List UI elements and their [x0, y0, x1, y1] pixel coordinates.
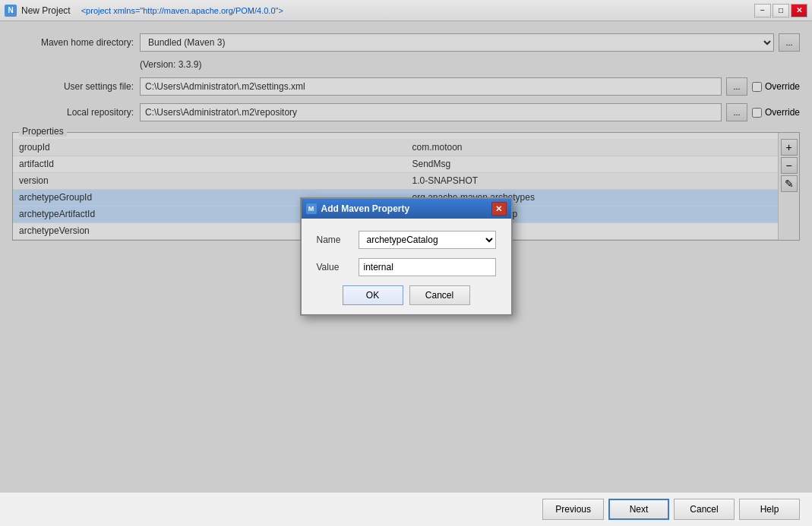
minimize-button[interactable]: − [754, 4, 771, 17]
main-window: N New Project <project xmlns="http://mav… [0, 0, 812, 526]
help-button[interactable]: Help [739, 499, 800, 520]
close-button[interactable]: ✕ [791, 4, 807, 17]
modal-title-bar: M Add Maven Property ✕ [302, 199, 511, 219]
add-maven-property-dialog: M Add Maven Property ✕ Name archetypeCat… [300, 197, 513, 316]
modal-title-left: M Add Maven Property [306, 203, 410, 214]
modal-overlay: M Add Maven Property ✕ Name archetypeCat… [0, 21, 812, 492]
window-url: <project xmlns="http://maven.apache.org/… [81, 6, 283, 15]
modal-title-text: Add Maven Property [321, 203, 410, 214]
title-bar: N New Project <project xmlns="http://mav… [0, 0, 812, 21]
modal-value-label: Value [317, 262, 351, 272]
window-icon: N [5, 5, 17, 17]
modal-close-button[interactable]: ✕ [491, 202, 507, 216]
cancel-button[interactable]: Cancel [674, 499, 735, 520]
modal-name-row: Name archetypeCatalog archetypeGroupId a… [317, 231, 496, 249]
previous-button[interactable]: Previous [542, 499, 604, 520]
modal-icon: M [306, 203, 317, 214]
modal-ok-button[interactable]: OK [343, 285, 403, 305]
footer: Previous Next Cancel Help [0, 492, 812, 526]
modal-value-row: Value [317, 258, 496, 276]
maximize-button[interactable]: □ [773, 4, 789, 17]
window-title: New Project [21, 5, 71, 16]
content-area: Maven home directory: Bundled (Maven 3) … [0, 21, 812, 492]
modal-name-select[interactable]: archetypeCatalog archetypeGroupId archet… [359, 231, 496, 249]
modal-cancel-button[interactable]: Cancel [409, 285, 470, 305]
next-button[interactable]: Next [608, 499, 669, 520]
modal-content: Name archetypeCatalog archetypeGroupId a… [302, 219, 511, 314]
modal-buttons: OK Cancel [317, 285, 496, 305]
title-bar-left: N New Project <project xmlns="http://mav… [5, 5, 283, 17]
modal-name-label: Name [317, 235, 351, 245]
modal-value-input[interactable] [359, 258, 496, 276]
title-bar-controls: − □ ✕ [754, 4, 807, 17]
